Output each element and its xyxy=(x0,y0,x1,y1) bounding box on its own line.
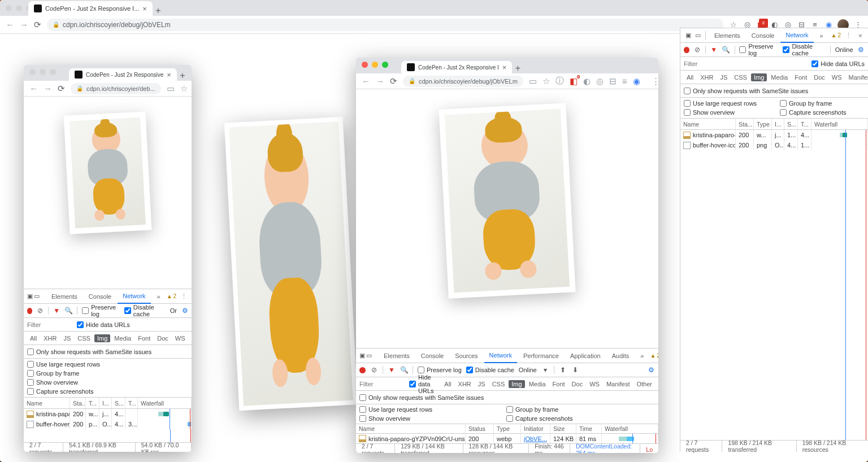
throttle-select[interactable]: Online xyxy=(519,367,537,373)
more-tabs-icon[interactable]: » xyxy=(152,289,166,304)
search-icon[interactable]: 🔍 xyxy=(400,366,408,374)
ext-icon[interactable]: ⊟ xyxy=(609,76,617,86)
settings-gear-icon[interactable]: ⚙ xyxy=(647,366,655,374)
traffic-light-max[interactable] xyxy=(50,69,56,75)
col-initiator[interactable]: I... xyxy=(99,398,112,408)
forward-button[interactable]: → xyxy=(20,20,28,29)
show-overview-checkbox[interactable]: Show overview xyxy=(684,109,763,116)
devtools-menu-icon[interactable]: ⋮ xyxy=(844,31,853,40)
filter-other[interactable]: Other xyxy=(633,380,655,388)
col-status[interactable]: Status xyxy=(466,424,494,433)
filter-css[interactable]: CSS xyxy=(489,380,508,388)
ext-icon[interactable]: ◐ xyxy=(583,76,591,86)
large-rows-checkbox[interactable]: Use large request rows xyxy=(684,100,763,107)
inspect-icon[interactable]: ▣ xyxy=(27,292,33,300)
show-overview-checkbox[interactable]: Show overview xyxy=(359,415,489,422)
back-button[interactable]: ← xyxy=(6,20,14,29)
table-row[interactable]: buffer-hover-icon... 200png O...4... 1..… xyxy=(680,140,868,150)
group-frame-checkbox[interactable]: Group by frame xyxy=(27,370,106,377)
capture-checkbox[interactable]: Capture screenshots xyxy=(27,388,106,395)
col-waterfall[interactable]: Waterfall xyxy=(602,424,658,433)
inspect-icon[interactable]: ▣ xyxy=(359,351,365,360)
col-type[interactable]: Type xyxy=(494,424,521,433)
table-row[interactable]: kristina-paparo-g... 200w... j...1... 4.… xyxy=(680,130,868,140)
browser-tab[interactable]: CodePen - Just 2x Responsive × xyxy=(69,68,177,81)
samesite-checkbox[interactable]: Only show requests with SameSite issues xyxy=(359,394,484,401)
clear-button[interactable]: ⊘ xyxy=(370,366,378,374)
address-bar[interactable]: 🔒 cdpn.io/chriscoyier/debug/jObVELm xyxy=(47,19,723,31)
filter-media[interactable]: Media xyxy=(111,334,134,342)
new-tab-button[interactable]: + xyxy=(512,63,523,73)
forward-button[interactable]: → xyxy=(376,76,384,86)
filter-manifest[interactable]: Manifest xyxy=(604,380,633,388)
tab-console[interactable]: Console xyxy=(416,348,449,363)
col-name[interactable]: Name xyxy=(356,424,466,433)
info-icon[interactable]: ⓘ xyxy=(555,76,564,86)
filter-xhr[interactable]: XHR xyxy=(41,334,59,342)
filter-css[interactable]: CSS xyxy=(75,334,93,342)
filter-ws[interactable]: WS xyxy=(172,334,188,342)
filter-js[interactable]: JS xyxy=(475,380,488,388)
chevron-down-icon[interactable]: ▾ xyxy=(541,366,549,374)
capture-checkbox[interactable]: Capture screenshots xyxy=(506,415,585,422)
search-icon[interactable]: 🔍 xyxy=(722,46,730,54)
star-icon[interactable]: ☆ xyxy=(542,76,550,86)
filter-media[interactable]: Media xyxy=(526,380,549,388)
group-frame-checkbox[interactable]: Group by frame xyxy=(506,406,585,413)
tab-sources[interactable]: Sources xyxy=(450,348,483,363)
preserve-log-checkbox[interactable]: Preserve log xyxy=(418,367,462,373)
tab-elements[interactable]: Elements xyxy=(46,289,83,304)
hide-data-urls-checkbox[interactable]: Hide data URLs xyxy=(811,60,865,67)
record-button[interactable] xyxy=(359,367,366,373)
address-bar[interactable]: 🔒 cdpn.io/chriscoyier/deb... xyxy=(71,83,161,94)
tab-audits[interactable]: Audits xyxy=(607,348,635,363)
preserve-log-checkbox[interactable]: Preserve log xyxy=(739,43,778,56)
download-har-icon[interactable]: ⬇ xyxy=(571,366,579,374)
back-button[interactable]: ← xyxy=(29,84,38,93)
filter-img[interactable]: Img xyxy=(94,334,110,342)
close-tab-icon[interactable]: × xyxy=(142,5,147,13)
filter-ws[interactable]: WS xyxy=(829,73,845,81)
filter-css[interactable]: CSS xyxy=(731,73,750,81)
filter-icon[interactable]: ▼ xyxy=(710,46,717,54)
table-row[interactable]: kristina-paparo-gYZPVn09CrU-unsplash... … xyxy=(356,434,658,443)
filter-doc[interactable]: Doc xyxy=(569,380,586,388)
preserve-log-checkbox[interactable]: Preserve log xyxy=(82,304,120,317)
reader-icon[interactable]: ▭ xyxy=(529,76,537,86)
table-row[interactable]: buffer-hover-i... 200p... O...4... 3... xyxy=(24,419,192,429)
filter-xhr[interactable]: XHR xyxy=(455,380,474,388)
col-size[interactable]: Size xyxy=(550,424,576,433)
close-devtools-icon[interactable]: × xyxy=(856,31,865,40)
samesite-checkbox[interactable]: Only show requests with SameSite issues xyxy=(27,348,151,355)
tab-network[interactable]: Network xyxy=(780,28,813,43)
chrome-menu-icon[interactable]: ⋮ xyxy=(652,76,658,86)
close-tab-icon[interactable]: × xyxy=(502,63,507,72)
warning-badge[interactable]: ▲ 2 xyxy=(831,32,841,38)
tab-elements[interactable]: Elements xyxy=(379,348,415,363)
hide-data-urls-checkbox[interactable]: Hide data URLs xyxy=(77,321,130,328)
col-name[interactable]: Name xyxy=(680,119,736,129)
new-tab-button[interactable]: + xyxy=(177,71,188,81)
filter-manifest[interactable]: Manifest xyxy=(846,73,868,81)
device-icon[interactable]: ▭ xyxy=(366,351,372,360)
filter-js[interactable]: JS xyxy=(60,334,73,342)
filter-ws[interactable]: WS xyxy=(587,380,602,388)
col-size[interactable]: S... xyxy=(112,398,125,408)
star-icon[interactable]: ☆ xyxy=(180,84,188,94)
filter-img[interactable]: Img xyxy=(509,380,524,388)
tab-console[interactable]: Console xyxy=(747,28,779,43)
tab-console[interactable]: Console xyxy=(84,289,116,304)
col-waterfall[interactable]: Waterfall xyxy=(138,398,192,408)
show-overview-checkbox[interactable]: Show overview xyxy=(27,379,106,386)
filter-xhr[interactable]: XHR xyxy=(697,73,716,81)
more-tabs-icon[interactable]: » xyxy=(635,348,649,363)
col-time[interactable]: T... xyxy=(125,398,138,408)
warning-badge[interactable]: ▲ 2 xyxy=(167,293,176,299)
samesite-checkbox[interactable]: Only show requests with SameSite issues xyxy=(684,88,808,94)
capture-checkbox[interactable]: Capture screenshots xyxy=(780,109,859,116)
table-row[interactable]: kristina-papa... 200w... j...4... xyxy=(24,409,192,419)
filter-media[interactable]: Media xyxy=(768,73,791,81)
filter-manifest[interactable]: Manifest xyxy=(189,334,192,342)
warning-badge[interactable]: ▲ 2 xyxy=(650,352,658,359)
reload-button[interactable]: ⟳ xyxy=(34,20,41,30)
